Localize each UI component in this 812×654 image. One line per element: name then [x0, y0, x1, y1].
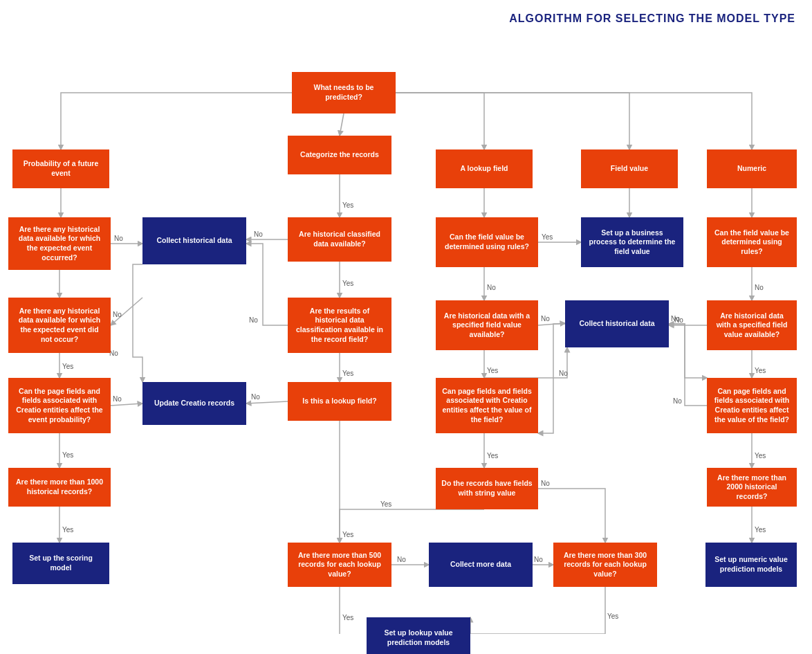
flowbox-more500: Are there more than 500 records for each…	[288, 543, 391, 587]
flowbox-lookupmodel: Set up lookup value prediction models	[367, 617, 470, 654]
flowbox-more300: Are there more than 300 records for each…	[553, 543, 657, 587]
svg-text:Yes: Yes	[755, 526, 766, 534]
flowbox-more2000: Are there more than 2000 historical reco…	[707, 468, 797, 507]
flowbox-update: Update Creatio records	[142, 382, 246, 425]
page-title: ALGORITHM FOR SELECTING THE MODEL TYPE	[0, 0, 812, 25]
svg-text:Yes: Yes	[62, 526, 73, 534]
flowbox-cat: Categorize the records	[288, 136, 391, 174]
flowbox-lookup: A lookup field	[436, 149, 533, 188]
flowbox-islookup: Is this a lookup field?	[288, 382, 391, 421]
flowbox-collect2: Collect historical data	[565, 300, 669, 347]
svg-line-42	[538, 323, 565, 325]
svg-text:No: No	[254, 230, 263, 238]
flowbox-collectmore: Collect more data	[429, 543, 533, 587]
arrows-svg: No Yes No No Yes No Yes Yes Yes No Yes N	[0, 25, 812, 634]
flowbox-scoring: Set up the scoring model	[12, 543, 109, 584]
svg-text:No: No	[755, 284, 764, 291]
svg-text:No: No	[249, 316, 258, 324]
svg-text:Yes: Yes	[62, 451, 73, 459]
svg-text:Yes: Yes	[755, 452, 766, 460]
svg-text:No: No	[113, 311, 122, 318]
flowbox-numeric: Numeric	[707, 149, 797, 188]
svg-text:Yes: Yes	[342, 201, 353, 209]
svg-text:Yes: Yes	[487, 452, 498, 460]
flowbox-more1000: Are there more than 1000 historical reco…	[8, 468, 111, 507]
flowbox-histresults: Are the results of historical data class…	[288, 298, 391, 353]
flowbox-prob: Probability of a future event	[12, 149, 109, 188]
flowbox-canpage3: Can page fields and fields associated wi…	[707, 378, 797, 433]
svg-text:No: No	[541, 480, 550, 487]
flowbox-fieldval: Field value	[581, 149, 678, 188]
svg-text:Yes: Yes	[342, 370, 353, 377]
flowbox-histclass: Are historical classified data available…	[288, 217, 391, 262]
svg-text:No: No	[671, 315, 680, 323]
svg-text:Yes: Yes	[380, 500, 391, 508]
svg-text:Yes: Yes	[342, 280, 353, 287]
flowbox-histdata2: Are historical data with a specified fie…	[436, 300, 538, 350]
svg-text:No: No	[559, 370, 568, 377]
svg-text:Yes: Yes	[607, 612, 618, 620]
flowbox-canpage: Can the page fields and fields associate…	[8, 378, 111, 433]
flowbox-setup_bp: Set up a business process to determine t…	[581, 217, 683, 267]
flowbox-collect1: Collect historical data	[142, 217, 246, 264]
svg-line-0	[340, 113, 344, 136]
svg-text:No: No	[251, 393, 260, 401]
svg-text:No: No	[113, 395, 122, 403]
svg-text:Yes: Yes	[755, 367, 766, 374]
flowbox-hist1: Are there any historical data available …	[8, 217, 111, 270]
svg-text:Yes: Yes	[342, 531, 353, 538]
svg-text:No: No	[397, 556, 406, 563]
flowbox-hist2: Are there any historical data available …	[8, 298, 111, 353]
svg-line-7	[111, 298, 142, 325]
svg-text:Yes: Yes	[62, 363, 73, 370]
flowbox-dostringval: Do the records have fields with string v…	[436, 468, 538, 509]
flowbox-histdata3: Are historical data with a specified fie…	[707, 300, 797, 350]
svg-text:No: No	[534, 556, 543, 563]
svg-text:Yes: Yes	[542, 233, 553, 241]
flowbox-root: What needs to be predicted?	[292, 72, 396, 113]
flowbox-canfield2: Can the field value be determined using …	[707, 217, 797, 267]
svg-text:No: No	[674, 316, 683, 324]
svg-line-25	[246, 401, 288, 403]
svg-text:No: No	[114, 235, 123, 242]
flowbox-canfield1: Can the field value be determined using …	[436, 217, 538, 267]
diagram-area: No Yes No No Yes No Yes Yes Yes No Yes N	[0, 25, 812, 634]
svg-text:No: No	[673, 397, 682, 405]
svg-text:No: No	[487, 284, 496, 291]
svg-text:Yes: Yes	[487, 367, 498, 374]
svg-text:Yes: Yes	[342, 614, 353, 621]
flowbox-numericmodel: Set up numeric value prediction models	[705, 543, 797, 587]
svg-line-12	[111, 403, 142, 406]
svg-text:No: No	[541, 315, 550, 323]
flowbox-canpage2: Can page fields and fields associated wi…	[436, 378, 538, 433]
